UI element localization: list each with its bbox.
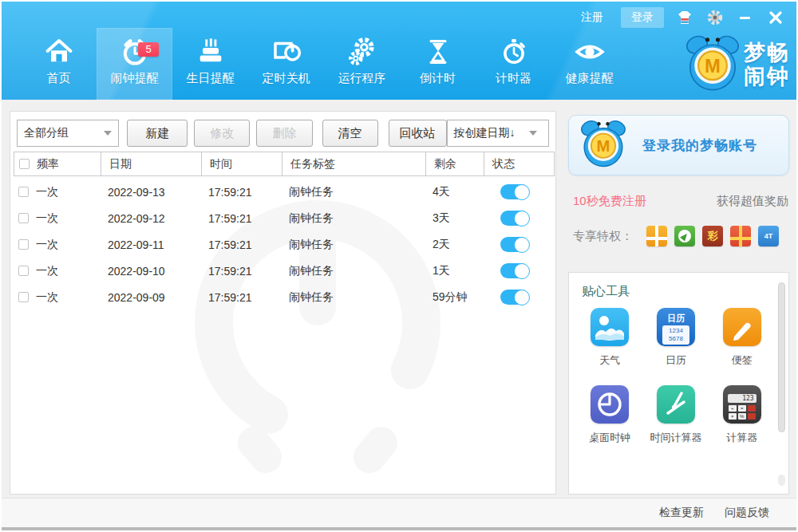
- select-all-checkbox[interactable]: [19, 159, 30, 169]
- rocket-icon[interactable]: [674, 226, 695, 246]
- nav-item-health-reminder[interactable]: 健康提醒: [551, 28, 627, 100]
- toolbar: 全部分组 新建 修改 删除 清空 回收站 按创建日期↓: [17, 120, 549, 147]
- app-logo: M 梦畅 闹钟: [681, 30, 790, 99]
- header-status: 状态: [484, 152, 555, 175]
- alarm-toggle-on[interactable]: [500, 184, 529, 199]
- clear-button[interactable]: 清空: [322, 120, 378, 147]
- modify-button[interactable]: 修改: [194, 120, 250, 147]
- tool-calendar[interactable]: 日历 12345678 日历: [643, 308, 709, 368]
- tools-scrollbar: [778, 281, 785, 486]
- scrollbar-thumb[interactable]: [778, 282, 785, 432]
- tool-notes[interactable]: 便签: [709, 308, 775, 368]
- red-gift-icon[interactable]: [730, 226, 751, 246]
- table-row[interactable]: 一次 2022-09-11 17:59:21 闹钟任务 2天: [14, 231, 555, 258]
- login-link[interactable]: 登录: [621, 7, 664, 28]
- tool-desktop-clock[interactable]: 桌面时钟: [577, 385, 643, 445]
- close-icon[interactable]: [766, 8, 785, 27]
- header-frequency: 频率: [14, 152, 101, 175]
- calendar-icon: 日历 12345678: [657, 308, 695, 346]
- minimize-icon[interactable]: [736, 8, 755, 27]
- nav-item-home[interactable]: 首页: [21, 28, 97, 100]
- alarm-list-panel: 全部分组 新建 修改 删除 清空 回收站 按创建日期↓ 频率 日期: [10, 111, 556, 495]
- group-filter-dropdown[interactable]: 全部分组: [17, 120, 119, 147]
- header: 注册 登录 首页: [2, 2, 796, 100]
- alarm-toggle-on[interactable]: [500, 211, 529, 226]
- nav-item-scheduled-shutdown[interactable]: 定时关机: [248, 28, 324, 100]
- alarm-toggle-on[interactable]: [500, 263, 529, 278]
- reward-link[interactable]: 获得超值奖励: [717, 194, 788, 209]
- header-time: 时间: [201, 152, 282, 175]
- app-window: 注册 登录 首页: [0, 0, 798, 532]
- settings-gear-icon[interactable]: [705, 8, 725, 27]
- alarm-toggle-on[interactable]: [500, 290, 529, 305]
- tool-calculator[interactable]: 123 += ×% 计算器: [709, 385, 775, 445]
- birthday-cake-icon: [195, 34, 227, 69]
- titlebar: 注册 登录: [575, 7, 785, 28]
- row-checkbox[interactable]: [18, 239, 29, 250]
- recycle-bin-button[interactable]: 回收站: [389, 120, 447, 147]
- logo-clock-icon: M: [577, 117, 630, 173]
- login-account-label: 登录我的梦畅账号: [642, 136, 757, 155]
- gears-icon: [346, 34, 379, 69]
- eye-icon: [572, 34, 607, 69]
- row-checkbox[interactable]: [18, 292, 29, 302]
- desktop-clock-icon: [591, 385, 629, 424]
- tools-grid: 天气 日历 12345678 日历 便签: [577, 308, 775, 445]
- notes-pencil-icon: [723, 308, 761, 346]
- table-row[interactable]: 一次 2022-09-10 17:59:21 闹钟任务 1天: [14, 258, 555, 284]
- time-calculator-icon: [657, 385, 695, 424]
- check-update-link[interactable]: 检查更新: [659, 506, 704, 520]
- row-checkbox[interactable]: [18, 266, 29, 276]
- feedback-link[interactable]: 问题反馈: [725, 506, 769, 520]
- table-header: 频率 日期 时间 任务标签 剩余 状态: [14, 152, 555, 176]
- svg-text:M: M: [597, 137, 610, 155]
- free-register-link[interactable]: 10秒免费注册: [573, 194, 646, 209]
- nav-item-alarm-reminder[interactable]: 5 闹钟提醒: [97, 28, 172, 100]
- scrollbar-track-end: [778, 475, 785, 486]
- home-icon: [43, 34, 75, 69]
- svg-text:M: M: [705, 55, 721, 77]
- nav-item-countdown[interactable]: 倒计时: [400, 28, 476, 100]
- window-bottom-edge: [2, 527, 796, 530]
- skin-theme-icon[interactable]: [675, 8, 694, 27]
- tool-weather[interactable]: 天气: [577, 308, 643, 368]
- table-row[interactable]: 一次 2022-09-12 17:59:21 闹钟任务 3天: [14, 205, 555, 231]
- register-link[interactable]: 注册: [575, 7, 610, 28]
- tools-title: 贴心工具: [582, 284, 630, 299]
- nav-item-birthday-reminder[interactable]: 生日提醒: [172, 28, 248, 100]
- privileges-label: 专享特权：: [573, 229, 633, 244]
- header-remaining: 剩余: [425, 152, 484, 175]
- chevron-down-icon: [104, 131, 112, 136]
- chevron-down-icon: [529, 131, 537, 136]
- hourglass-icon: [422, 34, 454, 69]
- main-nav: 首页 5 闹钟提醒 生日提醒 定时关机: [21, 28, 627, 100]
- logo-clock-icon: M: [681, 30, 744, 99]
- table-body: 一次 2022-09-13 17:59:21 闹钟任务 4天 一次 2022-0…: [14, 179, 555, 310]
- content-area: 全部分组 新建 修改 删除 清空 回收站 按创建日期↓ 频率 日期: [2, 100, 796, 498]
- weather-icon: [591, 308, 629, 346]
- table-row[interactable]: 一次 2022-09-13 17:59:21 闹钟任务 4天: [14, 179, 555, 205]
- privileges-row: 专享特权： 彩 4T: [573, 226, 779, 246]
- row-checkbox[interactable]: [18, 213, 29, 223]
- promo-row: 10秒免费注册 获得超值奖励: [573, 194, 788, 209]
- delete-button[interactable]: 删除: [256, 120, 312, 147]
- lottery-icon[interactable]: 彩: [702, 226, 723, 246]
- gift-box-icon[interactable]: [646, 226, 667, 246]
- new-button[interactable]: 新建: [127, 120, 188, 147]
- stopwatch-icon: [498, 34, 530, 69]
- nav-item-run-program[interactable]: 运行程序: [324, 28, 400, 100]
- tools-panel: 贴心工具 天气 日历 12345678 日历: [568, 272, 789, 495]
- shutdown-icon: [270, 34, 303, 69]
- status-bar: 检查更新 问题反馈: [2, 498, 796, 527]
- account-login-button[interactable]: M 登录我的梦畅账号: [568, 115, 789, 175]
- row-checkbox[interactable]: [18, 187, 29, 197]
- sort-dropdown[interactable]: 按创建日期↓: [447, 120, 549, 147]
- car-4t-icon[interactable]: 4T: [758, 226, 779, 246]
- header-date: 日期: [101, 152, 201, 175]
- logo-text: 梦畅 闹钟: [744, 41, 790, 89]
- tool-time-calculator[interactable]: 时间计算器: [643, 385, 709, 445]
- nav-item-timer[interactable]: 计时器: [476, 28, 551, 100]
- table-row[interactable]: 一次 2022-09-09 17:59:21 闹钟任务 59分钟: [14, 284, 555, 310]
- calculator-icon: 123 += ×%: [723, 385, 761, 424]
- alarm-toggle-on[interactable]: [500, 237, 529, 252]
